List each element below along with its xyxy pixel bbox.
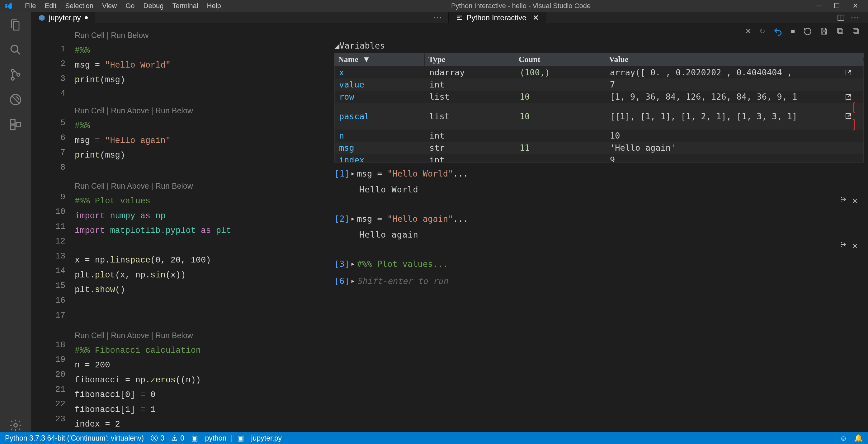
menu-terminal[interactable]: Terminal — [168, 0, 203, 12]
var-value: 'Hello again' — [606, 142, 845, 154]
col-value[interactable]: Value — [605, 53, 845, 66]
col-name[interactable]: Name ▼ — [334, 53, 425, 66]
svg-rect-7 — [16, 122, 21, 127]
code-line[interactable]: print(msg) — [75, 73, 325, 88]
status-interpreter[interactable]: Python 3.7.3 64-bit ('Continuum': virtua… — [5, 434, 144, 442]
interrupt-icon[interactable]: ■ — [791, 27, 795, 36]
code-line[interactable]: n = 200 — [75, 358, 325, 373]
variable-row[interactable]: msgstr11'Hello again' — [335, 142, 863, 154]
extensions-icon[interactable] — [9, 118, 23, 131]
goto-code-icon[interactable] — [840, 241, 847, 250]
codelens[interactable]: Run Cell | Run Above | Run Below — [75, 102, 325, 119]
cell[interactable]: [6]▶ Shift-enter to run — [334, 276, 864, 286]
search-icon[interactable] — [9, 43, 23, 57]
save-icon[interactable] — [820, 27, 828, 36]
explorer-icon[interactable] — [9, 18, 23, 32]
code-line[interactable]: import numpy as np — [75, 209, 325, 224]
variable-row[interactable]: rowlist10[1, 9, 36, 84, 126, 126, 84, 36… — [335, 91, 863, 103]
undo-icon[interactable] — [773, 27, 783, 36]
settings-gear-icon[interactable] — [9, 418, 23, 432]
line-number: 4 — [31, 86, 65, 101]
delete-cell-icon[interactable]: ✕ — [852, 195, 858, 205]
variable-row[interactable]: xndarray(100,)array([ 0. , 0.2020202 , 0… — [335, 66, 863, 78]
status-kernel[interactable]: ▣ python | ▣ jupyter.py — [191, 434, 282, 442]
expand-icon[interactable]: ▶ — [351, 278, 354, 284]
code-line[interactable] — [75, 298, 325, 313]
menu-help[interactable]: Help — [203, 0, 225, 12]
code-line[interactable]: fibonacci = np.zeros((n)) — [75, 373, 325, 388]
tab-jupyter[interactable]: ⬢ jupyter.py — [31, 12, 95, 23]
code-line[interactable] — [75, 239, 325, 253]
code-line[interactable]: index = 2 — [75, 417, 325, 432]
variable-row[interactable]: nint10 — [335, 129, 863, 142]
delete-cell-icon[interactable]: ✕ — [852, 241, 858, 250]
svg-rect-10 — [837, 28, 842, 33]
menu-edit[interactable]: Edit — [40, 0, 61, 12]
maximize-icon[interactable]: ☐ — [834, 2, 840, 10]
popout-icon[interactable] — [845, 102, 863, 130]
popout-icon[interactable] — [845, 93, 863, 101]
expand-all-icon[interactable] — [836, 27, 844, 36]
collapse-all-icon[interactable] — [852, 27, 859, 36]
goto-code-icon[interactable] — [840, 195, 847, 205]
cell[interactable]: [2]▶ msg = "Hello again"...Hello again✕ — [334, 214, 864, 252]
expand-icon[interactable]: ▶ — [351, 170, 354, 177]
code-line[interactable]: msg = "Hello again" — [75, 134, 325, 149]
variable-row[interactable]: pascallist10[[1], [1, 1], [1, 2, 1], [1,… — [335, 103, 863, 129]
code-line[interactable] — [75, 88, 325, 103]
menu-debug[interactable]: Debug — [139, 0, 168, 12]
split-editor-icon[interactable] — [837, 14, 845, 22]
variable-row[interactable]: indexint9 — [335, 154, 863, 162]
minimize-icon[interactable]: ─ — [816, 2, 821, 10]
code-line[interactable]: x = np.linspace(0, 20, 100) — [75, 253, 325, 268]
code-editor[interactable]: 1234 5678 91011121314151617 181920212223… — [31, 23, 330, 432]
redo-icon[interactable]: ↻ — [760, 27, 765, 36]
code-line[interactable] — [75, 312, 325, 327]
bell-icon[interactable]: 🔔 — [854, 434, 863, 442]
expand-icon[interactable]: ▶ — [351, 261, 354, 267]
variables-header[interactable]: ◢Variables — [334, 41, 864, 53]
code-line[interactable]: fibonacci[0] = 0 — [75, 388, 325, 403]
variable-row[interactable]: valueint7 — [335, 78, 863, 91]
code-line[interactable]: #%% — [75, 119, 325, 134]
code-line[interactable]: #%% Fibonacci calculation — [75, 343, 325, 358]
cell[interactable]: [3]▶ #%% Plot values... — [334, 259, 864, 269]
popout-icon[interactable] — [845, 69, 863, 76]
cell-prompt: [2] — [334, 214, 350, 224]
code-line[interactable]: msg = "Hello World" — [75, 58, 325, 73]
cancel-icon[interactable]: ✕ — [745, 27, 751, 36]
var-name: msg — [335, 142, 425, 154]
status-problems[interactable]: ⓧ0 ⚠0 — [151, 434, 184, 443]
tab-label: Python Interactive — [467, 13, 526, 22]
codelens[interactable]: Run Cell | Run Above | Run Below — [75, 327, 325, 343]
code-line[interactable]: plt.plot(x, np.sin(x)) — [75, 268, 325, 283]
code-line[interactable]: #%% — [75, 43, 325, 58]
menu-selection[interactable]: Selection — [61, 0, 98, 12]
expand-icon[interactable]: ▶ — [351, 216, 354, 222]
menu-file[interactable]: File — [21, 0, 40, 12]
feedback-icon[interactable]: ☺ — [840, 434, 847, 442]
dirty-dot-icon — [85, 16, 88, 19]
code-line[interactable]: plt.show() — [75, 283, 325, 298]
menu-go[interactable]: Go — [121, 0, 139, 12]
debug-icon[interactable] — [9, 93, 23, 106]
restart-icon[interactable] — [803, 27, 812, 36]
menu-view[interactable]: View — [98, 0, 121, 12]
cell[interactable]: [1]▶ msg = "Hello World"...Hello World✕ — [334, 169, 864, 207]
codelens[interactable]: Run Cell | Run Below — [75, 27, 325, 43]
code-line[interactable]: print(msg) — [75, 148, 325, 163]
source-control-icon[interactable] — [9, 68, 23, 82]
col-count[interactable]: Count — [515, 53, 605, 66]
code-line[interactable] — [75, 163, 325, 178]
close-icon[interactable]: ✕ — [852, 2, 858, 10]
codelens[interactable]: Run Cell | Run Above | Run Below — [75, 178, 325, 194]
col-type[interactable]: Type — [425, 53, 515, 66]
warning-count: 0 — [180, 434, 184, 442]
code-line[interactable]: import matplotlib.pyplot as plt — [75, 224, 325, 239]
code-line[interactable]: fibonacci[1] = 1 — [75, 403, 325, 417]
more-icon[interactable]: ⋯ — [850, 12, 859, 23]
more-icon[interactable]: ⋯ — [433, 12, 442, 23]
tab-python-interactive[interactable]: Python Interactive ✕ — [448, 12, 547, 23]
close-icon[interactable]: ✕ — [533, 13, 539, 22]
code-line[interactable]: #%% Plot values — [75, 194, 325, 209]
